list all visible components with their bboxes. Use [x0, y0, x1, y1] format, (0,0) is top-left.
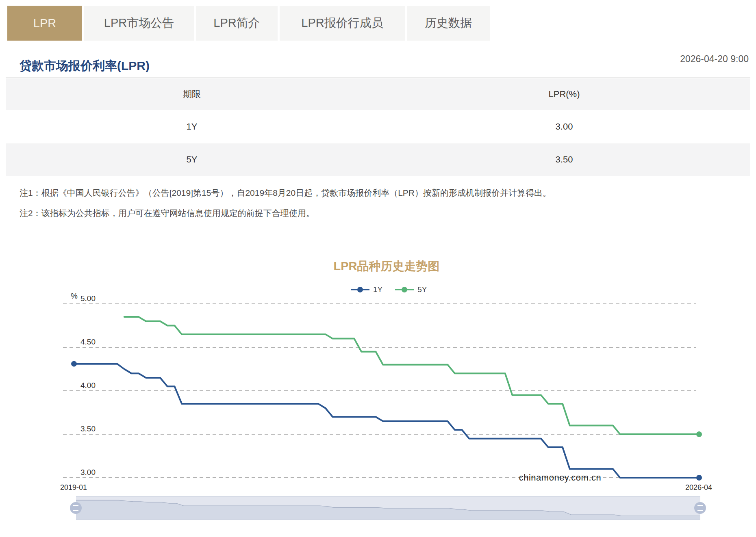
- grip-icon: [73, 505, 78, 511]
- series-line-5y: [124, 317, 699, 434]
- y-tick-label: 4.00: [80, 381, 96, 390]
- series-start-dot-1y: [71, 361, 77, 367]
- y-axis-unit: %: [71, 292, 78, 300]
- y-tick-label: 5.00: [80, 294, 96, 303]
- y-tick-label: 4.50: [80, 338, 96, 346]
- grip-icon: [697, 505, 703, 511]
- lpr-page: LPR LPR市场公告 LPR简介 LPR报价行成员 历史数据 贷款市场报价利率…: [0, 0, 756, 537]
- series-line-1y: [74, 364, 699, 478]
- x-axis-label-end: 2026-04: [685, 483, 712, 492]
- datazoom-right-handle[interactable]: [694, 502, 706, 514]
- datazoom-slider[interactable]: [76, 496, 700, 520]
- y-tick-label: 3.00: [80, 468, 96, 476]
- watermark: chinamoney.com.cn: [515, 472, 605, 483]
- y-tick-label: 3.50: [80, 424, 96, 433]
- chart-plot: 5.004.504.003.503.00%: [0, 0, 756, 537]
- series-end-dot-5y: [696, 431, 702, 437]
- series-end-dot-1y: [696, 475, 702, 481]
- datazoom-preview: [76, 497, 700, 520]
- datazoom-left-handle[interactable]: [70, 502, 82, 514]
- x-axis-label-start: 2019-01: [60, 483, 87, 492]
